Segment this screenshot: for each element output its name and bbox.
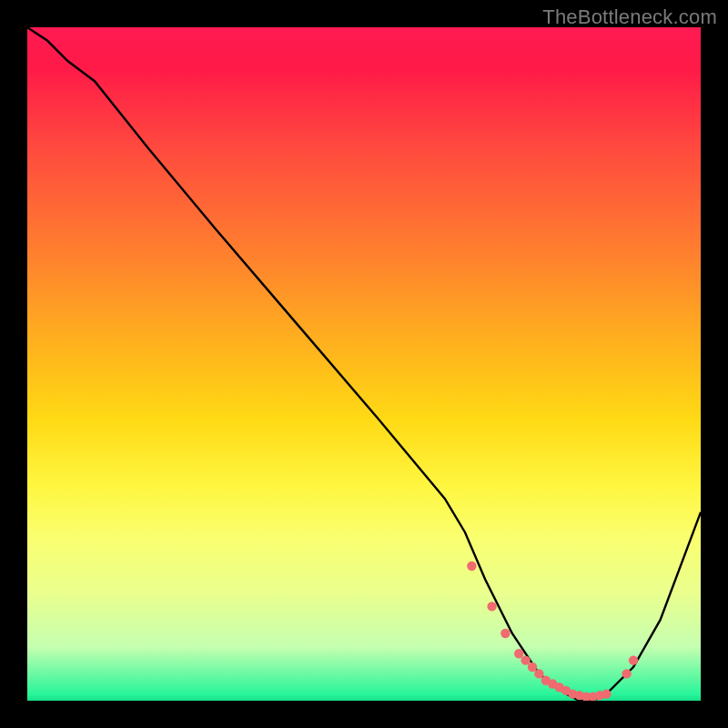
optimal-zone-dot [622,669,631,678]
optimal-zone-dot [514,649,523,658]
optimal-zone-dot [602,689,611,698]
optimal-zone-dot [534,669,543,678]
chart-svg [27,27,701,701]
optimal-zone-dot [500,629,510,638]
chart-frame: TheBottleneck.com [0,0,728,728]
optimal-zone-dot [629,655,638,664]
optimal-zone-dot [467,561,476,571]
plot-area [27,27,701,701]
watermark-text: TheBottleneck.com [542,5,717,29]
mismatch-curve-path [27,27,701,701]
optimal-zone-dots [467,561,638,701]
optimal-zone-dot [487,602,496,611]
optimal-zone-dot [528,662,537,672]
optimal-zone-dot [521,655,530,664]
